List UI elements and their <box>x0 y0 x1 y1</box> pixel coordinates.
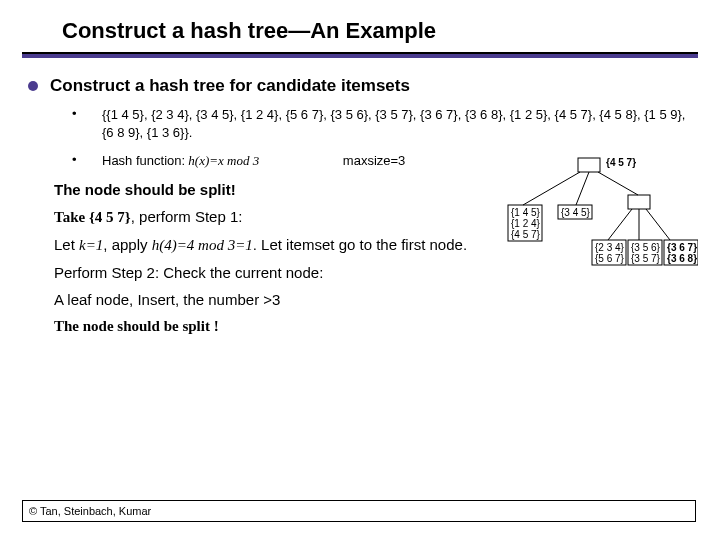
svg-line-3 <box>598 172 638 195</box>
tree-highlight: {4 5 7} <box>606 157 636 169</box>
svg-rect-0 <box>578 158 600 172</box>
bullet-level1: Construct a hash tree for candidate item… <box>22 76 698 96</box>
slide-title: Construct a hash tree—An Example <box>0 0 720 44</box>
hash-label: Hash function: <box>102 153 185 168</box>
hash-tree-diagram: {4 5 7} {1 4 5} {1 2 4} {4 5 7} {3 4 5} … <box>488 150 698 300</box>
svg-line-1 <box>523 172 580 205</box>
hash-fn: h(x)=x mod 3 <box>185 153 259 168</box>
tree-r3-1: {3 6 8} <box>667 253 697 265</box>
svg-line-7 <box>608 209 632 240</box>
let-hash: h(4)=4 mod 3=1 <box>152 237 253 253</box>
take-set: {4 5 7} <box>89 209 131 225</box>
tree-r1-0: {2 3 4} <box>595 242 624 254</box>
bullet-square-icon: • <box>72 106 102 121</box>
let-suffix: . Let itemset go to the first node. <box>253 236 467 253</box>
tree-r2-0: {3 5 6} <box>631 242 660 254</box>
let-k: k=1 <box>79 237 103 253</box>
svg-line-2 <box>576 172 589 205</box>
bullet-square-icon: • <box>72 152 102 167</box>
let-prefix: Let <box>54 236 79 253</box>
svg-rect-6 <box>628 195 650 209</box>
let-mid: , apply <box>103 236 151 253</box>
tree-r2-1: {3 5 7} <box>631 253 660 265</box>
tree-left-2: {4 5 7} <box>511 229 540 241</box>
tree-r1-1: {5 6 7} <box>595 253 624 265</box>
heading-text: Construct a hash tree for candidate item… <box>50 76 410 96</box>
tree-left-1: {1 2 4} <box>511 218 540 230</box>
tree-mid: {3 4 5} <box>561 207 590 219</box>
svg-line-9 <box>646 209 670 240</box>
bullet-dot-icon <box>28 81 38 91</box>
tree-r3-0: {3 6 7} <box>667 242 697 254</box>
footer-copyright: © Tan, Steinbach, Kumar <box>22 500 696 522</box>
line-split-2: The node should be split ! <box>54 318 698 335</box>
itemsets-text: {{1 4 5}, {2 3 4}, {3 4 5}, {1 2 4}, {5 … <box>102 106 698 142</box>
take-prefix: Take <box>54 209 89 225</box>
sub-bullet-itemsets: • {{1 4 5}, {2 3 4}, {3 4 5}, {1 2 4}, {… <box>72 106 698 142</box>
tree-left-0: {1 4 5} <box>511 207 540 219</box>
take-suffix: , perform Step 1: <box>131 208 243 225</box>
maxsize-text: maxsize=3 <box>343 152 406 170</box>
